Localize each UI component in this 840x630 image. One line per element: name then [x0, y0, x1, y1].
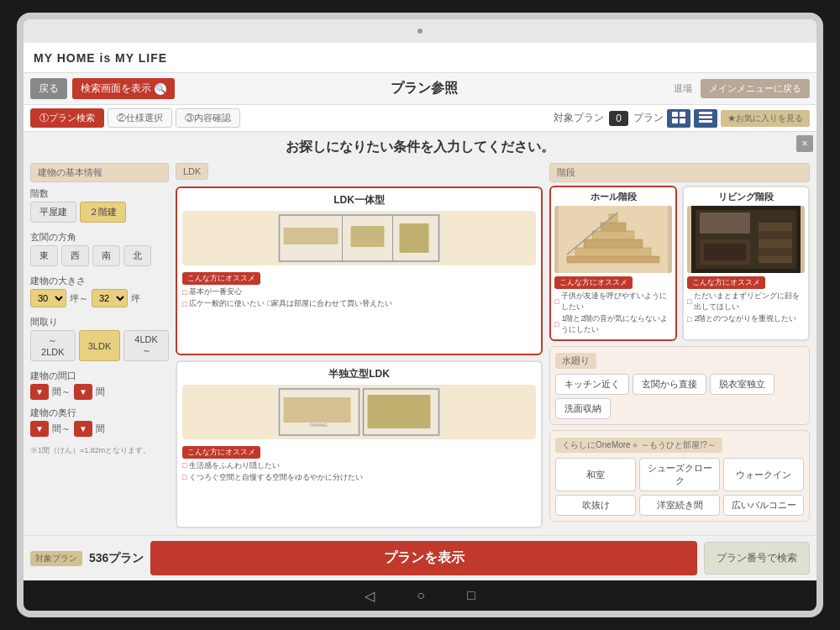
mizumawari-btn3[interactable]: 脱衣室独立	[710, 374, 774, 395]
ldk-card1[interactable]: LDK一体型 KITCHEN	[176, 186, 543, 355]
kaidan-card2-image	[687, 206, 805, 273]
madori2-btn[interactable]: 3LDK	[79, 330, 121, 361]
depth-down-btn[interactable]: ▼	[30, 421, 49, 437]
floor1-btn[interactable]: 平屋建	[30, 202, 76, 223]
kaidan-card1[interactable]: ホール階段	[549, 186, 677, 341]
kaidan-card2[interactable]: リビング階段	[682, 186, 810, 341]
search-icon: 🔍	[155, 83, 166, 95]
step1-item[interactable]: ①プラン検索	[30, 108, 104, 128]
mizumawari-btn4[interactable]: 洗面収納	[555, 398, 611, 419]
size-tilde: 坪～	[70, 292, 88, 305]
width-section: 建物の間口 ▼ 間～ ▼ 間	[30, 370, 169, 402]
nav-back-button[interactable]: ◁	[365, 588, 375, 604]
svg-rect-6	[699, 120, 712, 123]
onemore-btn3[interactable]: ウォークイン	[723, 458, 804, 491]
header-bar: 戻る 検索画面を表示 🔍 プラン参照 退場 メインメニューに戻る	[24, 73, 816, 105]
floors-label: 階数	[30, 187, 169, 200]
bottom-target-label: 対象プラン	[30, 551, 82, 566]
kaidan-card1-image	[554, 206, 672, 273]
ldk-card1-image: KITCHEN DINING LIVING	[182, 211, 536, 265]
android-nav: ◁ ○ □	[24, 580, 816, 611]
ldk-card2-osusume: こんな方にオススメ	[182, 446, 260, 459]
madori1-btn[interactable]: ～2LDK	[30, 330, 76, 361]
page-title: プラン参照	[180, 80, 669, 97]
svg-rect-3	[680, 118, 685, 123]
onemore-btn6[interactable]: 広いバルコニー	[723, 495, 804, 516]
bottom-plan-count: 536プラン	[89, 551, 144, 566]
camera-dot	[417, 29, 423, 34]
svg-rect-36	[759, 248, 792, 256]
madori-label: 間取り	[30, 316, 169, 328]
kaidan-section-header: 階段	[549, 163, 810, 182]
size-from-select[interactable]: 30	[30, 289, 66, 307]
kaidan-card2-osusume: こんな方にオススメ	[687, 276, 765, 289]
svg-rect-41	[704, 244, 746, 260]
svg-rect-14	[284, 228, 339, 244]
ldk-card2[interactable]: 半独立型LDK KITCHEN LIVING	[176, 360, 543, 529]
plan-count-badge: 0	[609, 111, 628, 126]
svg-rect-0	[672, 112, 678, 117]
west-btn[interactable]: 西	[61, 245, 89, 266]
mizumawari-btn1[interactable]: キッチン近く	[555, 374, 629, 395]
width-down-btn[interactable]: ▼	[30, 384, 49, 400]
mizumawari-header: 水廻り	[555, 353, 596, 369]
ldk-card2-image: KITCHEN LIVING DINING	[182, 385, 536, 439]
back-button[interactable]: 戻る	[30, 78, 67, 99]
mizumawari-section: 水廻り キッチン近く 玄関から直接 脱衣室独立 洗面収納	[549, 346, 810, 425]
size-unit: 坪	[131, 292, 140, 305]
step3-item[interactable]: ③内容確認	[176, 108, 240, 128]
search-by-num-button[interactable]: プラン番号で検索	[704, 542, 810, 575]
onemore-btn1[interactable]: 和室	[555, 458, 636, 491]
svg-rect-35	[759, 256, 792, 263]
onemore-btn5[interactable]: 洋室続き間	[639, 495, 720, 516]
onemore-btn2[interactable]: シューズクローク	[639, 458, 720, 491]
svg-rect-23	[368, 395, 431, 428]
mizumawari-btn2[interactable]: 玄関から直接	[633, 374, 706, 395]
kaidan-card1-title: ホール階段	[554, 191, 672, 203]
floor2-btn[interactable]: ２階建	[80, 202, 126, 223]
close-button[interactable]: ×	[796, 135, 813, 152]
south-btn[interactable]: 南	[92, 245, 120, 266]
back-mode-label: 退場	[674, 82, 692, 95]
list-view-button[interactable]	[694, 109, 717, 128]
floors-section: 階数 平屋建 ２階建	[30, 187, 169, 226]
madori3-btn[interactable]: 4LDK～	[123, 330, 169, 361]
onemore-btn4[interactable]: 吹抜け	[555, 495, 636, 516]
ldk-section-header: LDK	[176, 163, 208, 180]
nav-home-button[interactable]: ○	[417, 588, 425, 603]
left-panel: 建物の基本情報 階数 平屋建 ２階建 玄関の方角 東 西 南	[30, 163, 169, 528]
svg-text:DINING: DINING	[310, 423, 328, 428]
main-menu-button[interactable]: メインメニューに戻る	[701, 79, 810, 98]
svg-rect-15	[351, 226, 385, 247]
search-display-button[interactable]: 検索画面を表示 🔍	[72, 78, 175, 99]
svg-rect-37	[759, 239, 792, 248]
building-section-header: 建物の基本情報	[30, 163, 169, 182]
svg-rect-42	[700, 213, 750, 234]
onemore-section: くらしにOneMore＋ ～もうひと部屋!?～ 和室 シューズクローク ウォーク…	[549, 430, 810, 522]
depth-section: 建物の奥行 ▼ 間～ ▼ 間	[30, 407, 169, 438]
east-btn[interactable]: 東	[30, 245, 58, 266]
svg-rect-2	[672, 118, 678, 123]
svg-rect-38	[759, 231, 792, 239]
svg-rect-5	[699, 116, 712, 118]
nav-square-button[interactable]: □	[467, 588, 475, 603]
note: ※1間（けん）=1.82mとなります。	[30, 445, 169, 456]
size-to-select[interactable]: 32	[92, 289, 128, 307]
ldk-card2-title: 半独立型LDK	[182, 367, 536, 381]
show-plan-button[interactable]: プランを表示	[150, 541, 697, 575]
ldk-card1-title: LDK一体型	[182, 193, 536, 207]
kaidan-card1-osusume: こんな方にオススメ	[554, 276, 633, 289]
svg-rect-28	[584, 239, 643, 248]
step2-item[interactable]: ②仕様選択	[108, 108, 172, 128]
favorite-button[interactable]: ★お気に入りを見る	[721, 110, 810, 127]
width-up-btn[interactable]: ▼	[74, 384, 92, 400]
svg-rect-1	[680, 112, 685, 117]
svg-rect-16	[400, 223, 429, 253]
grid-view-button[interactable]	[667, 109, 690, 128]
north-btn[interactable]: 北	[123, 245, 151, 266]
svg-rect-29	[592, 231, 634, 239]
depth-up-btn[interactable]: ▼	[74, 421, 92, 437]
instructions: お探しになりたい条件を入力してください。	[30, 139, 810, 156]
entrance-section: 玄関の方角 東 西 南 北	[30, 231, 169, 270]
right-panel: 階段 ホール階段	[549, 163, 810, 528]
